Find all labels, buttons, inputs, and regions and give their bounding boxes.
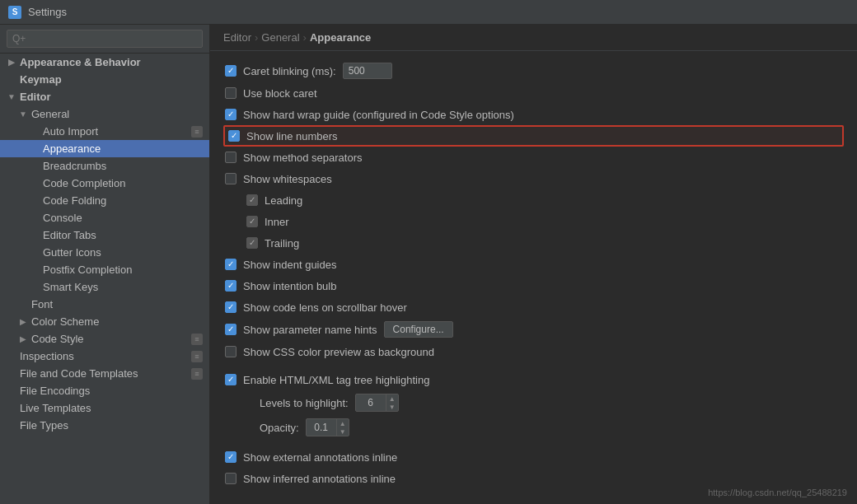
sidebar-label-color-scheme: Color Scheme [31, 315, 99, 328]
input-caret-blinking[interactable] [343, 63, 392, 79]
settings-panel: Caret blinking (ms):Use block caretShow … [210, 51, 857, 504]
sidebar-label-appearance: Appearance [43, 142, 101, 155]
setting-row-show-method-separators: Show method separators [223, 147, 844, 168]
checkbox-show-intention-bulb[interactable] [225, 280, 236, 292]
label-show-code-lens: Show code lens on scrollbar hover [243, 301, 407, 314]
checkbox-show-whitespaces[interactable] [225, 173, 236, 184]
checkbox-show-code-lens[interactable] [225, 301, 236, 313]
spinbox-opacity[interactable]: ▲▼ [306, 418, 349, 436]
sidebar-tree: Appearance & BehaviorKeymapEditorGeneral… [0, 54, 209, 434]
arrow-icon-appearance-behavior [7, 58, 16, 67]
setting-row-show-code-lens: Show code lens on scrollbar hover [223, 296, 844, 318]
checkbox-show-hard-wrap[interactable] [225, 109, 236, 120]
arrow-icon-color-scheme [18, 317, 28, 326]
sidebar-item-font[interactable]: Font [0, 296, 209, 313]
sidebar-item-auto-import[interactable]: Auto Import≡ [0, 123, 209, 140]
setting-row-levels-to-highlight: Levels to highlight:▲▼ [223, 390, 844, 415]
setting-row-show-external-annotations: Show external annotations inline [223, 446, 844, 468]
sidebar-item-file-types[interactable]: File Types [0, 417, 209, 434]
sidebar-label-inspections: Inspections [20, 350, 74, 362]
watermark: https://blog.csdn.net/qq_25488219 [708, 488, 847, 497]
sidebar-item-code-folding[interactable]: Code Folding [0, 192, 209, 209]
sidebar-item-code-style[interactable]: Code Style≡ [0, 330, 209, 348]
breadcrumb-sep-2: › [303, 31, 307, 44]
setting-row-inner: Inner [223, 211, 844, 232]
sidebar-label-postfix-completion: Postfix Completion [43, 264, 132, 276]
sidebar-label-code-style: Code Style [31, 333, 84, 345]
spinbox-up-opacity[interactable]: ▲ [337, 419, 349, 427]
sidebar-label-auto-import: Auto Import [43, 125, 98, 138]
settings-rows: Caret blinking (ms):Use block caretShow … [223, 59, 844, 489]
checkbox-show-external-annotations[interactable] [225, 451, 236, 463]
setting-row-show-whitespaces: Show whitespaces [223, 168, 844, 189]
sidebar-label-file-encodings: File Encodings [20, 385, 90, 397]
sidebar-item-file-code-templates[interactable]: File and Code Templates≡ [0, 365, 209, 382]
spinbox-down-levels-to-highlight[interactable]: ▼ [386, 403, 398, 411]
sidebar-item-editor-tabs[interactable]: Editor Tabs [0, 226, 209, 244]
setting-row-trailing: Trailing [223, 232, 844, 254]
breadcrumb-editor: Editor [223, 31, 251, 44]
checkbox-show-parameter-hints[interactable] [225, 324, 236, 335]
label-trailing: Trailing [265, 237, 299, 250]
setting-row-show-parameter-hints: Show parameter name hintsConfigure... [223, 318, 844, 341]
search-input[interactable] [7, 30, 203, 48]
checkbox-show-inferred-annotations[interactable] [225, 473, 236, 484]
window-title: Settings [28, 6, 67, 18]
checkbox-show-method-separators[interactable] [225, 152, 236, 163]
sidebar-item-code-completion[interactable]: Code Completion [0, 175, 209, 192]
sidebar-label-console: Console [43, 212, 82, 224]
sidebar-item-color-scheme[interactable]: Color Scheme [0, 313, 209, 330]
checkbox-caret-blinking[interactable] [225, 65, 236, 77]
badge-file-code-templates: ≡ [191, 368, 203, 380]
main-container: Appearance & BehaviorKeymapEditorGeneral… [0, 25, 857, 504]
sidebar-item-live-templates[interactable]: Live Templates [0, 399, 209, 417]
sidebar-item-gutter-icons[interactable]: Gutter Icons [0, 244, 209, 261]
checkbox-leading[interactable] [246, 194, 258, 206]
sidebar-item-appearance-behavior[interactable]: Appearance & Behavior [0, 54, 209, 71]
setting-row-show-intention-bulb: Show intention bulb [223, 275, 844, 296]
label-leading: Leading [265, 194, 302, 207]
checkbox-show-indent-guides[interactable] [225, 259, 236, 270]
sidebar-item-breadcrumbs[interactable]: Breadcrumbs [0, 157, 209, 175]
setting-row-opacity: Opacity:▲▼ [223, 415, 844, 440]
title-bar: S Settings [0, 0, 857, 25]
label-show-method-separators: Show method separators [243, 152, 363, 164]
badge-inspections: ≡ [191, 351, 203, 362]
setting-row-show-css-color: Show CSS color preview as background [223, 341, 844, 362]
checkbox-show-line-numbers[interactable] [228, 130, 240, 142]
sidebar-item-inspections[interactable]: Inspections≡ [0, 348, 209, 365]
sidebar-label-breadcrumbs: Breadcrumbs [43, 160, 106, 172]
sidebar-item-postfix-completion[interactable]: Postfix Completion [0, 261, 209, 278]
spinbox-levels-to-highlight[interactable]: ▲▼ [355, 394, 399, 412]
spinbox-up-levels-to-highlight[interactable]: ▲ [386, 394, 398, 403]
label-caret-blinking: Caret blinking (ms): [243, 65, 336, 77]
checkbox-show-css-color[interactable] [225, 346, 236, 357]
sidebar-item-keymap[interactable]: Keymap [0, 71, 209, 88]
setting-row-enable-html-xml: Enable HTML/XML tag tree highlighting [223, 369, 844, 390]
label-show-whitespaces: Show whitespaces [243, 173, 332, 185]
sidebar-item-general[interactable]: General [0, 105, 209, 123]
spinbox-input-opacity[interactable] [307, 422, 336, 433]
checkbox-use-block-caret[interactable] [225, 87, 236, 99]
configure-btn-show-parameter-hints[interactable]: Configure... [384, 321, 453, 338]
label-show-css-color: Show CSS color preview as background [243, 346, 434, 358]
label-inner: Inner [265, 216, 289, 228]
spinbox-down-opacity[interactable]: ▼ [337, 427, 349, 436]
sidebar-item-editor[interactable]: Editor [0, 88, 209, 105]
sidebar-item-file-encodings[interactable]: File Encodings [0, 382, 209, 399]
label-show-indent-guides: Show indent guides [243, 259, 336, 271]
sidebar-item-console[interactable]: Console [0, 209, 209, 226]
sidebar-label-file-types: File Types [20, 419, 68, 432]
badge-code-style: ≡ [191, 334, 203, 345]
checkbox-enable-html-xml[interactable] [225, 374, 236, 385]
checkbox-trailing[interactable] [246, 237, 258, 249]
sidebar-item-smart-keys[interactable]: Smart Keys [0, 278, 209, 296]
sidebar-label-file-code-templates: File and Code Templates [20, 367, 138, 380]
checkbox-inner[interactable] [246, 216, 258, 227]
setting-row-show-indent-guides: Show indent guides [223, 254, 844, 275]
spinbox-input-levels-to-highlight[interactable] [356, 397, 386, 408]
sidebar-item-appearance[interactable]: Appearance [0, 140, 209, 157]
breadcrumb-general: General [261, 31, 299, 44]
sidebar-label-general: General [31, 108, 69, 120]
sidebar-label-font: Font [31, 298, 53, 310]
